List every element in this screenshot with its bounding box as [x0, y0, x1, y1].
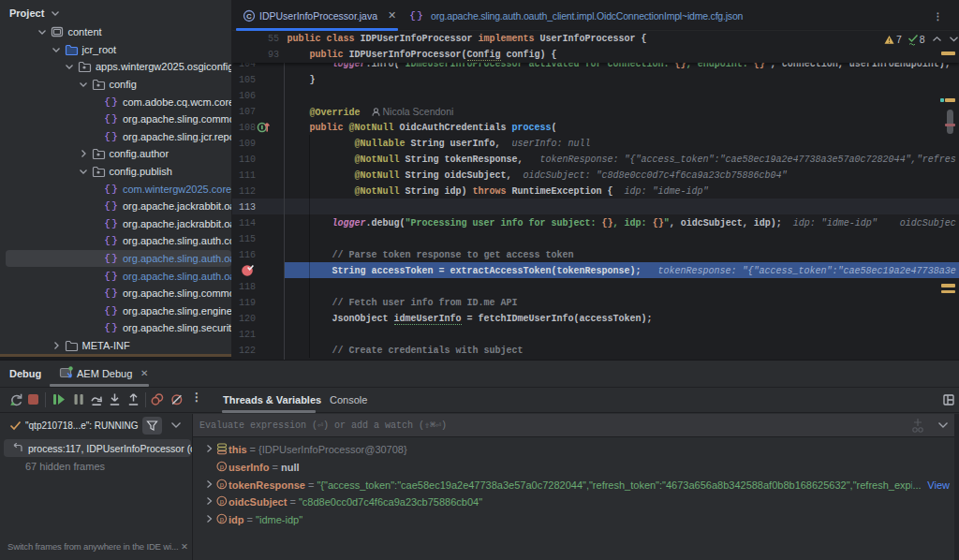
- svg-text:p: p: [220, 479, 224, 488]
- svg-text:p: p: [220, 515, 224, 523]
- svg-text:p: p: [220, 463, 224, 471]
- svg-text:p: p: [220, 497, 224, 506]
- svg-text:C: C: [246, 12, 252, 21]
